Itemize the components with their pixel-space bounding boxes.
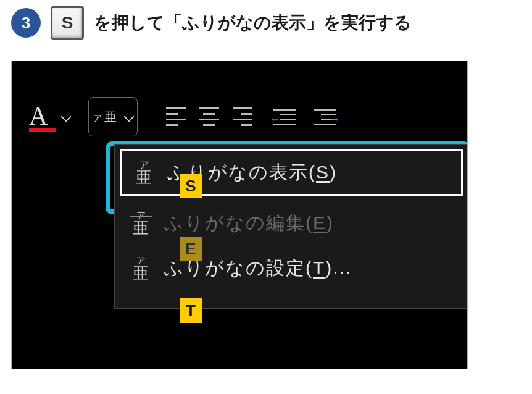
step-number-badge: 3: [11, 8, 41, 38]
menu-item-edit-furigana: ア 亜 ふりがなの編集(E): [115, 201, 468, 246]
furigana-icon: ア 亜: [129, 160, 159, 185]
indent-group: ← →: [273, 109, 336, 125]
align-right-icon[interactable]: [233, 107, 252, 126]
menu-item-label: ふりがなの編集(E): [164, 211, 334, 236]
step-header: 3 S を押して「ふりがなの表示」を実行する: [0, 0, 532, 46]
furigana-dropdown-menu: ア 亜 ふりがなの表示(S) ア 亜 ふりがなの編集(E) ア 亜 ふりがなの設…: [114, 144, 468, 309]
chevron-down-icon[interactable]: [123, 112, 134, 122]
alignment-group: [166, 107, 252, 126]
align-center-icon[interactable]: [199, 107, 219, 126]
font-color-button[interactable]: A: [29, 101, 70, 132]
ribbon-row: A ア 亜 ← →: [12, 90, 467, 144]
decrease-indent-icon[interactable]: ←: [273, 109, 296, 125]
furigana-settings-icon: ア 亜: [126, 256, 156, 281]
letter-a-icon: A: [29, 102, 48, 130]
key-tip-e: E: [180, 237, 202, 261]
chevron-down-icon[interactable]: [61, 112, 72, 122]
app-screenshot: A ア 亜 ← →: [11, 61, 468, 369]
furigana-split-button[interactable]: ア 亜: [88, 97, 138, 136]
instruction-text: を押して「ふりがなの表示」を実行する: [94, 11, 412, 35]
key-tip-s: S: [180, 174, 202, 198]
increase-indent-icon[interactable]: →: [314, 109, 336, 125]
furigana-edit-icon: ア 亜: [126, 211, 156, 236]
menu-item-furigana-settings[interactable]: ア 亜 ふりがなの設定(T)...: [115, 246, 468, 291]
keyboard-key-s: S: [51, 6, 84, 40]
menu-item-show-furigana[interactable]: ア 亜 ふりがなの表示(S): [120, 149, 463, 196]
key-tip-t: T: [180, 298, 202, 323]
align-left-icon[interactable]: [166, 107, 186, 126]
furigana-glyph-icon: ア 亜: [93, 110, 117, 124]
